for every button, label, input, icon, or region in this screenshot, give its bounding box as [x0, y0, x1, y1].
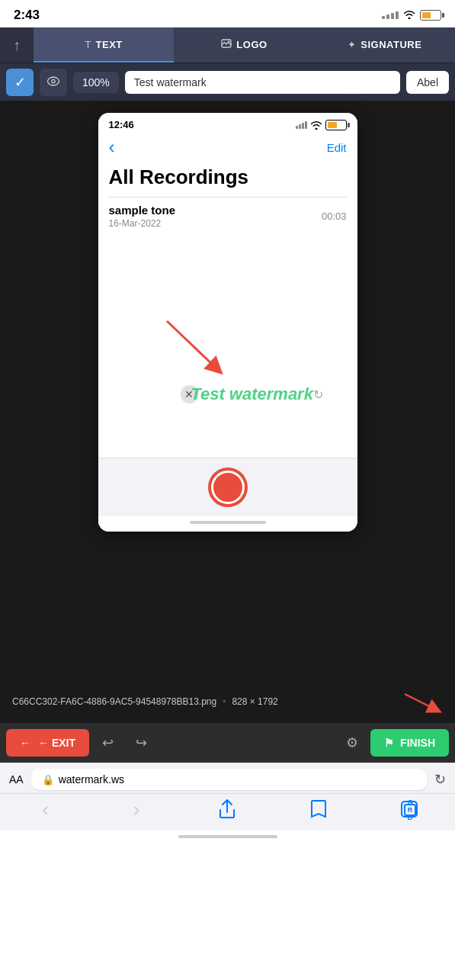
check-icon: ✓	[14, 74, 26, 91]
tab-text[interactable]: T TEXT	[34, 27, 174, 63]
tabs-icon: GRD	[401, 801, 418, 818]
tab-signature-label: SIGNATURE	[360, 39, 421, 50]
recording-duration: 00:03	[322, 210, 347, 222]
redo-icon: ↪	[136, 734, 147, 751]
watermark-rotate-button[interactable]: ↻	[310, 386, 327, 403]
back-chevron-icon: ‹	[42, 798, 49, 821]
phone-time: 12:46	[109, 119, 134, 130]
signature-tab-icon: ✦	[348, 39, 356, 50]
font-name: Abel	[417, 76, 438, 88]
file-info-separator: •	[223, 696, 226, 707]
finish-flag-icon: ⚑	[384, 737, 394, 749]
exit-label: ← EXIT	[38, 737, 75, 749]
tabs-button[interactable]: GRD	[399, 798, 420, 820]
browser-back-button[interactable]: ‹	[35, 798, 56, 820]
svg-point-2	[52, 79, 55, 82]
phone-bottom-bar	[98, 458, 357, 516]
phone-status-right	[296, 120, 347, 130]
svg-line-4	[405, 694, 435, 709]
bookmarks-button[interactable]	[308, 798, 329, 820]
status-icons	[382, 9, 441, 21]
tab-logo[interactable]: LOGO	[174, 27, 314, 63]
eye-icon	[46, 76, 60, 89]
redo-button[interactable]: ↪	[126, 728, 156, 758]
battery-icon	[420, 10, 441, 21]
phone-home-indicator	[98, 516, 357, 532]
phone-wifi-icon	[310, 120, 322, 130]
text-tab-icon: T	[85, 39, 91, 50]
tab-signature[interactable]: ✦ SIGNATURE	[315, 27, 455, 63]
home-bar	[190, 521, 266, 524]
finish-arrow	[397, 686, 443, 717]
phone-battery-icon	[325, 120, 347, 130]
status-bar: 2:43	[0, 0, 455, 27]
share-icon	[219, 799, 236, 819]
wifi-icon	[403, 9, 415, 21]
finish-button[interactable]: ⚑ FINISH	[370, 729, 449, 757]
action-bar: ← ← EXIT ↩ ↪ ⚙ ⚑ FINISH	[0, 723, 455, 763]
font-selector[interactable]: Abel	[406, 71, 449, 94]
undo-icon: ↩	[102, 734, 114, 751]
confirm-button[interactable]: ✓	[6, 69, 34, 96]
aa-text[interactable]: AA	[9, 773, 24, 786]
finish-label: FINISH	[400, 737, 435, 749]
file-info-bar: C66CC302-FA6C-4886-9AC5-94548978BB13.png…	[0, 680, 455, 723]
svg-point-1	[229, 40, 230, 42]
browser-forward-button[interactable]: ›	[126, 798, 147, 820]
phone-content: All Recordings sample tone 16-Mar-2022 0…	[98, 162, 357, 244]
phone-empty-area[interactable]: ✕ Test watermark ↻	[98, 244, 357, 458]
watermark-display-text: Test watermark	[191, 384, 313, 403]
device-home-bar	[178, 835, 277, 838]
browser-nav: ‹ › GRD	[0, 793, 455, 831]
exit-arrow-icon: ←	[20, 737, 30, 749]
phone-nav-bar: ‹ Edit	[98, 133, 357, 162]
recording-item[interactable]: sample tone 16-Mar-2022 00:03	[109, 197, 347, 235]
forward-chevron-icon: ›	[133, 798, 140, 821]
share-button[interactable]	[216, 798, 238, 820]
bookmark-icon	[310, 799, 327, 819]
phone-edit-button[interactable]: Edit	[327, 141, 347, 154]
url-text: watermark.ws	[59, 773, 124, 786]
svg-line-3	[167, 321, 216, 368]
visibility-button[interactable]	[40, 69, 67, 96]
signal-icon	[382, 11, 399, 19]
canvas-area[interactable]: 12:46 ‹ Edit	[0, 101, 455, 680]
back-arrow-icon: ↑	[13, 37, 21, 54]
red-arrow	[152, 313, 236, 385]
watermark-text-input[interactable]	[125, 71, 400, 94]
recording-name: sample tone	[109, 204, 176, 217]
phone-status-bar: 12:46	[98, 113, 357, 133]
lock-icon: 🔒	[42, 774, 54, 786]
file-dimensions: 828 × 1792	[232, 696, 277, 707]
gear-icon: ⚙	[346, 734, 358, 751]
tab-text-label: TEXT	[96, 39, 123, 50]
tab-bar: ↑ T TEXT LOGO ✦ SIGNATURE	[0, 27, 455, 63]
logo-tab-icon	[221, 39, 232, 50]
reload-button[interactable]: ↻	[434, 771, 446, 788]
record-button-inner	[211, 471, 245, 504]
watermark-overlay[interactable]: ✕ Test watermark ↻	[191, 384, 313, 404]
phone-back-button[interactable]: ‹	[109, 137, 115, 158]
rotate-icon: ↻	[313, 387, 323, 402]
url-bar[interactable]: 🔒 watermark.ws	[31, 769, 427, 790]
opacity-value: 100%	[82, 76, 110, 88]
phone-signal-icon	[296, 121, 307, 129]
tab-logo-label: LOGO	[236, 39, 267, 50]
settings-button[interactable]: ⚙	[337, 728, 367, 758]
opacity-display[interactable]: 100%	[73, 72, 119, 93]
status-time: 2:43	[14, 8, 40, 23]
record-button[interactable]	[208, 468, 248, 507]
controls-bar: ✓ 100% Abel	[0, 63, 455, 101]
file-name: C66CC302-FA6C-4886-9AC5-94548978BB13.png	[12, 696, 216, 707]
undo-button[interactable]: ↩	[92, 728, 123, 758]
exit-button[interactable]: ← ← EXIT	[6, 729, 89, 757]
browser-bar: AA 🔒 watermark.ws ↻	[0, 763, 455, 793]
phone-mockup: 12:46 ‹ Edit	[98, 113, 357, 532]
tab-back[interactable]: ↑	[0, 27, 34, 63]
recording-date: 16-Mar-2022	[109, 218, 176, 229]
recordings-title: All Recordings	[109, 165, 347, 189]
device-home-indicator	[0, 831, 455, 844]
